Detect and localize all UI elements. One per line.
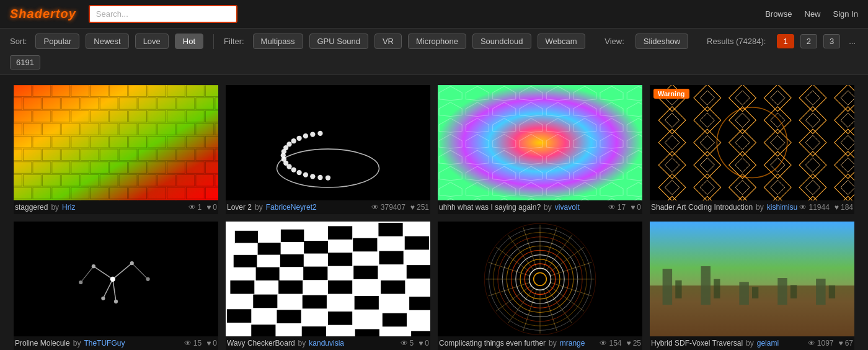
page-2[interactable]: 2 [800, 34, 817, 48]
card-author[interactable]: Hriz [62, 203, 75, 212]
svg-rect-336 [253, 294, 277, 308]
card-title: Complicating things even further [439, 339, 546, 348]
card-by: by [255, 203, 263, 212]
page-1[interactable]: 1 [777, 34, 794, 48]
card-author[interactable]: TheTUFGuy [84, 339, 125, 348]
svg-rect-311 [234, 254, 258, 268]
eye-icon: 👁 [188, 203, 196, 212]
card-uhhh[interactable]: uhhh what was I saying again? by vivavol… [438, 85, 642, 214]
card-thumb-shader-art[interactable]: Warning [650, 85, 854, 200]
svg-point-289 [92, 264, 95, 268]
view-slideshow[interactable]: Slideshow [636, 34, 688, 49]
card-thumb-hybrid[interactable] [650, 222, 854, 337]
search-input[interactable] [89, 5, 237, 23]
views-count: 17 [618, 203, 626, 212]
card-stats: 👁 154 ♥ 25 [600, 339, 641, 348]
svg-point-140 [317, 131, 322, 136]
svg-rect-330 [303, 280, 327, 294]
svg-point-287 [110, 276, 115, 281]
card-complicating[interactable]: Complicating things even further by mran… [438, 222, 642, 350]
card-author[interactable]: mrange [560, 339, 585, 348]
svg-rect-333 [381, 280, 405, 294]
card-author[interactable]: vivavolt [555, 203, 580, 212]
sort-newest[interactable]: Newest [86, 34, 128, 49]
card-author[interactable]: kanduvisia [309, 339, 344, 348]
svg-rect-354 [302, 326, 326, 337]
svg-rect-345 [277, 310, 301, 323]
new-link[interactable]: New [805, 9, 821, 19]
card-author[interactable]: kishimisu [767, 203, 797, 212]
svg-rect-314 [304, 253, 328, 267]
card-thumb-staggered[interactable] [14, 85, 218, 200]
svg-rect-322 [303, 266, 327, 280]
card-author[interactable]: FabriceNeyret2 [266, 203, 317, 212]
svg-rect-313 [280, 254, 304, 267]
svg-point-135 [286, 141, 291, 146]
filter-vr[interactable]: VR [374, 34, 402, 49]
page-last[interactable]: 6191 [10, 55, 40, 70]
filter-multipass[interactable]: Multipass [253, 34, 303, 49]
card-title: Wavy CheckerBoard [227, 339, 295, 348]
eye-icon: 👁 [371, 203, 379, 212]
eye-icon: 👁 [608, 203, 616, 212]
svg-rect-394 [663, 269, 672, 305]
card-title: Shader Art Coding Introduction [651, 203, 753, 212]
svg-rect-395 [675, 280, 681, 298]
sort-hot[interactable]: Hot [175, 34, 203, 49]
views-count: 5 [410, 339, 414, 348]
filter-microphone[interactable]: Microphone [408, 34, 466, 49]
card-views: 👁 17 [608, 203, 626, 212]
card-hybrid[interactable]: Hybrid SDF-Voxel Traversal by gelami 👁 1… [650, 222, 854, 350]
filter-gpu-sound[interactable]: GPU Sound [309, 34, 368, 49]
card-stats: 👁 17 ♥ 0 [608, 203, 641, 212]
likes-count: 0 [213, 203, 217, 212]
heart-icon: ♥ [206, 339, 211, 348]
heart-icon: ♥ [418, 339, 423, 348]
filter-webcam[interactable]: Webcam [538, 34, 585, 49]
svg-rect-310 [405, 236, 429, 249]
views-count: 11944 [808, 203, 829, 212]
filter-label: Filter: [224, 37, 244, 46]
svg-rect-318 [405, 250, 430, 264]
card-likes: ♥ 25 [627, 339, 641, 348]
svg-rect-305 [281, 242, 305, 256]
filter-soundcloud[interactable]: Soundcloud [472, 34, 531, 49]
card-thumb-lover2[interactable] [226, 85, 430, 200]
shader-grid: staggered by Hriz 👁 1 ♥ 0 Lover 2 by Fab… [0, 75, 868, 350]
card-info: Lover 2 by FabriceNeyret2 👁 379407 ♥ 251 [226, 200, 430, 214]
card-views: 👁 5 [401, 339, 414, 348]
sort-popular[interactable]: Popular [35, 34, 79, 49]
svg-point-126 [303, 173, 308, 177]
logo: Shadertoy [10, 7, 76, 21]
card-info: Hybrid SDF-Voxel Traversal by gelami 👁 1… [650, 336, 854, 350]
card-author[interactable]: gelami [757, 339, 779, 348]
svg-point-124 [317, 175, 322, 180]
card-lover2[interactable]: Lover 2 by FabriceNeyret2 👁 379407 ♥ 251 [226, 85, 430, 214]
card-info: Proline Molecule by TheTUFGuy 👁 15 ♥ 0 [14, 336, 218, 350]
card-thumb-proline[interactable] [14, 222, 218, 337]
filter-bar: Sort: Popular Newest Love Hot Filter: Mu… [0, 29, 868, 75]
card-thumb-wavy[interactable] [226, 222, 430, 337]
card-proline[interactable]: Proline Molecule by TheTUFGuy 👁 15 ♥ 0 [14, 222, 218, 350]
svg-rect-280 [14, 222, 218, 337]
card-stats: 👁 15 ♥ 0 [184, 339, 217, 348]
card-thumb-uhhh[interactable] [438, 85, 642, 200]
card-thumb-complicating[interactable] [438, 222, 642, 337]
svg-rect-398 [739, 282, 748, 305]
page-3[interactable]: 3 [823, 34, 840, 48]
sort-love[interactable]: Love [135, 34, 169, 49]
card-staggered[interactable]: staggered by Hriz 👁 1 ♥ 0 [14, 85, 218, 214]
browse-link[interactable]: Browse [765, 9, 792, 19]
svg-rect-339 [328, 295, 352, 309]
svg-rect-341 [382, 296, 406, 310]
svg-rect-296 [258, 230, 282, 244]
card-stats: 👁 379407 ♥ 251 [371, 203, 429, 212]
card-wavy[interactable]: Wavy CheckerBoard by kanduvisia 👁 5 ♥ 0 [226, 222, 430, 350]
card-views: 👁 15 [184, 339, 202, 348]
views-count: 1 [198, 203, 202, 212]
svg-rect-316 [353, 251, 378, 265]
signin-link[interactable]: Sign In [833, 9, 858, 19]
heart-icon: ♥ [206, 203, 211, 212]
card-shader-art[interactable]: Warning Shader Art Coding Introduction b… [650, 85, 854, 214]
header: Shadertoy Browse New Sign In [0, 0, 868, 29]
